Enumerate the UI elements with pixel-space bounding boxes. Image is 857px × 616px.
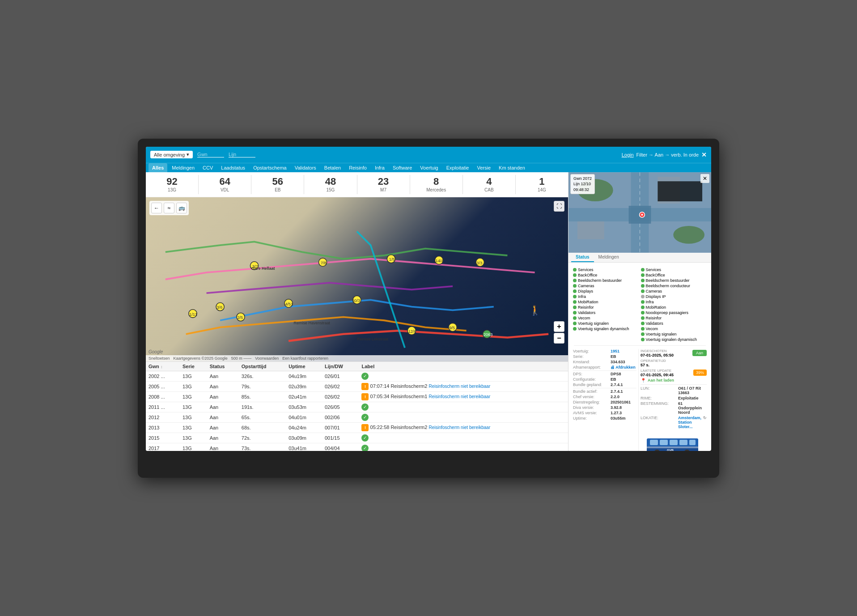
nav-item-opstartschema[interactable]: Opstartschema <box>250 163 290 172</box>
col-uptime[interactable]: Uptime <box>286 362 322 371</box>
map-bus-button[interactable]: 🚌 <box>176 203 187 213</box>
cell-uptime: 04u19m <box>286 371 322 381</box>
gwn-input[interactable] <box>197 152 224 157</box>
cell-serie: 13G <box>180 412 207 422</box>
tab-meldingen[interactable]: Meldingen <box>594 253 624 262</box>
col-serie[interactable]: Serie <box>180 362 207 371</box>
vehicle-info-section: Voertuig:1951 Serie:EB Kmstand:334.633 A… <box>571 347 709 451</box>
status-col-right: Services BackOffice Beeldscherm bestuurd… <box>641 267 707 342</box>
cell-gwn: 2008 ... <box>146 391 180 402</box>
cell-label: ! 05:22:58 Reisinfoscherm2 Reisinfoscher… <box>359 422 568 433</box>
nav-item-validators[interactable]: Validators <box>291 163 320 172</box>
table-row[interactable]: 2012 13G Aan 65s. 04u01m 002/06 ✓ <box>146 412 568 422</box>
login-link[interactable]: Login <box>622 152 634 157</box>
nav-item-voertuig[interactable]: Voertuig <box>416 163 441 172</box>
zoom-out-button[interactable]: − <box>554 333 564 344</box>
nav-item-reisinfo[interactable]: Reisinfo <box>345 163 370 172</box>
cell-serie: 13G <box>180 433 207 443</box>
table-row[interactable]: 2015 13G Aan 72s. 03u09m 001/15 ✓ <box>146 433 568 443</box>
refresh-icon[interactable]: ↻ <box>703 416 707 429</box>
stat-1[interactable]: 1 14G <box>516 175 568 194</box>
stat-48[interactable]: 48 15G <box>304 175 357 194</box>
cell-gwn: 2012 <box>146 412 180 422</box>
nav-item-exploitatie[interactable]: Exploitatie <box>443 163 473 172</box>
cell-serie: 13G <box>180 371 207 381</box>
nav-item-km-standen[interactable]: Km standen <box>495 163 529 172</box>
map-footer-report[interactable]: Een kaartfout rapporteren <box>282 356 328 361</box>
screen: Alle omgeving ▾ Login Filter → Aan → ver… <box>146 147 711 451</box>
cell-lijn: 026/02 <box>322 391 359 402</box>
cell-gwn: 2002 ... <box>146 371 180 381</box>
stat-92[interactable]: 92 13G <box>146 175 199 194</box>
svg-text:3/7: 3/7 <box>252 264 258 268</box>
cell-opstart: 85s. <box>239 391 286 402</box>
svg-rect-35 <box>658 181 702 201</box>
vehicle-table[interactable]: Gwn ↕ Serie Status Opstarttijd Uptime Li… <box>146 361 568 451</box>
stat-56[interactable]: 56 EB <box>251 175 304 194</box>
col-opstarttijd[interactable]: Opstarttijd <box>239 362 286 371</box>
table-row[interactable]: 2013 13G Aan 68s. 04u24m 007/01 ! 05:22:… <box>146 422 568 433</box>
svg-point-18 <box>237 313 245 321</box>
stat-23[interactable]: 23 M7 <box>357 175 410 194</box>
col-gwn[interactable]: Gwn ↕ <box>146 362 180 371</box>
col-lijn-dw[interactable]: Lijn/DW <box>322 362 359 371</box>
svg-text:12/6: 12/6 <box>408 329 416 333</box>
aan-button[interactable]: Aan <box>692 350 707 356</box>
nav-item-meldingen[interactable]: Meldingen <box>168 163 198 172</box>
cell-status: Aan <box>207 433 239 443</box>
mini-map-close-button[interactable]: ✕ <box>700 174 709 183</box>
cell-label: ✓ <box>359 402 568 412</box>
close-button[interactable]: ✕ <box>701 151 707 158</box>
table-row[interactable]: 2017 13G Aan 73s. 03u41m 004/04 ✓ <box>146 443 568 451</box>
cell-status: Aan <box>207 402 239 412</box>
map-expand-button[interactable]: ⛶ <box>554 201 564 212</box>
table-row[interactable]: 2011 ... 13G Aan 191s. 03u53m 026/05 ✓ <box>146 402 568 412</box>
cell-uptime: 04u01m <box>286 412 322 422</box>
environment-dropdown[interactable]: Alle omgeving ▾ <box>150 151 193 158</box>
zoom-in-button[interactable]: + <box>554 321 564 332</box>
tab-status[interactable]: Status <box>571 253 594 262</box>
svg-rect-43 <box>660 440 668 445</box>
cell-serie: 13G <box>180 402 207 412</box>
cell-opstart: 79s. <box>239 381 286 391</box>
nav-item-ccv[interactable]: CCV <box>199 163 216 172</box>
nav-item-betalen[interactable]: Betalen <box>321 163 344 172</box>
status-section: Services BackOffice Beeldscherm bestuurd… <box>571 265 709 344</box>
status-icon-orange: ! <box>361 424 369 431</box>
cell-opstart: 65s. <box>239 412 286 422</box>
nav-item-infra[interactable]: Infra <box>371 163 388 172</box>
cell-gwn: 2011 ... <box>146 402 180 412</box>
stat-8[interactable]: 8 Mercedes <box>410 175 463 194</box>
stat-4[interactable]: 4 CAB <box>463 175 516 194</box>
nav-bar: Alles Meldingen CCV Laadstatus Opstartsc… <box>146 163 711 172</box>
percentage-button[interactable]: 39% <box>693 370 707 376</box>
table-row[interactable]: 2008 ... 13G Aan 85s. 02u41m 026/02 ! 07… <box>146 391 568 402</box>
nav-item-laadstatus[interactable]: Laadstatus <box>217 163 249 172</box>
nav-item-alles[interactable]: Alles <box>148 163 167 172</box>
col-label[interactable]: Label <box>359 362 568 371</box>
nav-item-software[interactable]: Software <box>389 163 416 172</box>
nav-item-versie[interactable]: Versie <box>473 163 494 172</box>
map-back-button[interactable]: ← <box>151 203 162 213</box>
col-status[interactable]: Status <box>207 362 239 371</box>
svg-point-4 <box>387 255 395 263</box>
map-footer-terms[interactable]: Voorwaarden <box>255 356 279 361</box>
cell-status: Aan <box>207 412 239 422</box>
cell-gwn: 2015 <box>146 433 180 443</box>
map-footer-scale: 500 m —— <box>231 356 252 361</box>
map-route-button[interactable]: ≈ <box>164 203 174 213</box>
table-row[interactable]: 2002 ... 13G Aan 326s. 04u19m 026/01 ✓ <box>146 371 568 381</box>
cell-lijn: 002/06 <box>322 412 359 422</box>
cell-label: ✓ <box>359 443 568 451</box>
cell-status: Aan <box>207 422 239 433</box>
cell-gwn: 2013 <box>146 422 180 433</box>
stat-64[interactable]: 64 VDL <box>199 175 251 194</box>
svg-rect-44 <box>670 440 678 445</box>
map-container[interactable]: 3/7 7/8 1/5 14/4 3/3 3/6 4 <box>146 197 568 361</box>
detail-tabs: Status Meldingen <box>569 253 711 263</box>
table-row[interactable]: 2005 ... 13G Aan 79s. 02u39m 026/02 ! 07… <box>146 381 568 391</box>
map-footer: Sneltoetsen Kaartgegevens ©2025 Google 5… <box>146 355 568 361</box>
svg-text:2063: 2063 <box>484 332 492 337</box>
map-footer-shortcuts[interactable]: Sneltoetsen <box>148 356 170 361</box>
lijn-input[interactable] <box>229 152 255 157</box>
